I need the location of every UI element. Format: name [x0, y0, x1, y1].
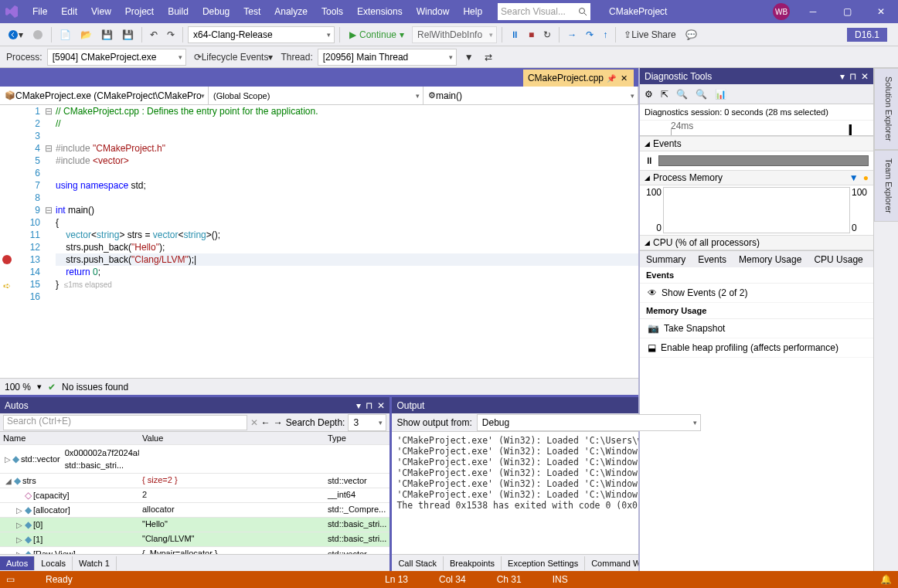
autos-row[interactable]: ◇ [capacity]2__int64	[0, 488, 389, 503]
timeline-ruler[interactable]: 24ms	[640, 121, 873, 136]
next-icon[interactable]: →	[274, 417, 283, 428]
zoom-out-icon[interactable]: 🔍	[696, 89, 707, 100]
document-tab[interactable]: CMakeProject.cpp 📌 ✕	[523, 70, 634, 87]
solution-explorer-tab[interactable]: Solution Explorer	[874, 68, 898, 150]
zoom-in-icon[interactable]: 🔍	[676, 89, 688, 100]
tab-summary[interactable]: Summary	[640, 252, 692, 267]
menu-view[interactable]: View	[85, 3, 117, 20]
tab-watch-1[interactable]: Watch 1	[73, 556, 117, 570]
pin-icon[interactable]: ⊓	[849, 71, 856, 82]
debug-config-dropdown[interactable]: RelWithDebInfo	[412, 26, 497, 43]
tab-call-stack[interactable]: Call Stack	[392, 556, 444, 570]
minimize-button[interactable]: ─	[796, 0, 830, 23]
menu-debug[interactable]: Debug	[196, 3, 236, 20]
autos-row[interactable]: ▷◆ [Raw View]{_Mypair=allocator }std::ve…	[0, 547, 389, 554]
code-editor[interactable]: ➪ 12345678910111213141516 ⊟⊟⊟ // CMakePr…	[0, 105, 638, 378]
memory-section-header[interactable]: ◢Process Memory▼ ●	[640, 170, 873, 185]
nav-scope-dropdown[interactable]: (Global Scope)	[209, 87, 423, 104]
tab-events[interactable]: Events	[692, 252, 733, 267]
menu-window[interactable]: Window	[410, 3, 456, 20]
step-over-icon[interactable]: ↷	[583, 28, 597, 42]
team-explorer-tab[interactable]: Team Explorer	[874, 150, 898, 222]
notification-icon[interactable]: 🔔	[880, 574, 892, 585]
pause-icon[interactable]: ⏸	[645, 155, 654, 166]
solution-name[interactable]: CMakeProject	[603, 3, 673, 20]
autos-grid[interactable]: Name Value Type ▷◆ std::vector0x000002a7…	[0, 432, 389, 554]
search-clear-icon[interactable]: ✕	[250, 417, 258, 428]
tab-locals[interactable]: Locals	[35, 556, 73, 570]
thread-dropdown[interactable]: [20956] Main Thread	[318, 49, 457, 66]
zoom-level[interactable]: 100 %	[5, 382, 31, 393]
user-badge[interactable]: WB	[773, 3, 790, 20]
tab-memory-usage[interactable]: Memory Usage	[733, 252, 808, 267]
live-share-button[interactable]: ⇪ Live Share	[621, 28, 679, 42]
autos-row[interactable]: ▷◆ [allocator]allocatorstd::_Compre...	[0, 503, 389, 518]
nav-func-dropdown[interactable]: ⚙ main()	[423, 87, 638, 104]
depth-dropdown[interactable]: 3	[348, 414, 386, 431]
menu-extensions[interactable]: Extensions	[351, 3, 409, 20]
open-icon[interactable]: 📂	[77, 28, 95, 42]
tab-autos[interactable]: Autos	[0, 556, 35, 570]
col-name[interactable]: Name	[0, 432, 139, 444]
nav-back-button[interactable]: ▾	[5, 28, 26, 42]
status-box-icon[interactable]: ▭	[6, 574, 15, 585]
menu-edit[interactable]: Edit	[55, 3, 83, 20]
heap-profiling-link[interactable]: ⬓Enable heap profiling (affects performa…	[640, 338, 873, 358]
pin-icon[interactable]: ⊓	[366, 400, 372, 411]
autos-row[interactable]: ▷◆ std::vector0x000002a7f2024a80 "Clang/…	[0, 445, 389, 474]
save-icon[interactable]: 💾	[98, 28, 116, 42]
tab-close-icon[interactable]: ✕	[619, 73, 629, 83]
dropdown-icon[interactable]: ▾	[356, 400, 361, 411]
chart-icon[interactable]: 📊	[715, 89, 726, 100]
output-from-dropdown[interactable]: Debug	[477, 414, 701, 431]
popout-icon[interactable]: ⇱	[661, 89, 668, 100]
redo-icon[interactable]: ↷	[164, 28, 178, 42]
take-snapshot-link[interactable]: 📷Take Snapshot	[640, 319, 873, 338]
tab-exception-settings[interactable]: Exception Settings	[502, 556, 585, 570]
show-events-link[interactable]: 👁Show Events (2 of 2)	[640, 284, 873, 303]
lifecycle-events-button[interactable]: ⟳ Lifecycle Events ▾	[191, 50, 277, 64]
autos-row[interactable]: ▷◆ [1]"Clang/LLVM"std::basic_stri...	[0, 532, 389, 547]
menu-project[interactable]: Project	[119, 3, 160, 20]
dropdown-icon[interactable]: ▾	[840, 71, 845, 82]
new-item-icon[interactable]: 📄	[56, 28, 74, 42]
menu-analyze[interactable]: Analyze	[268, 3, 314, 20]
menu-tools[interactable]: Tools	[315, 3, 349, 20]
config-dropdown[interactable]: x64-Clang-Release	[188, 26, 335, 43]
cpu-section-header[interactable]: ◢CPU (% of all processors)	[640, 235, 873, 250]
nav-project-dropdown[interactable]: 📦 CMakeProject.exe (CMakeProject\CMakePr…	[0, 87, 209, 104]
tab-breakpoints[interactable]: Breakpoints	[444, 556, 502, 570]
autos-search-input[interactable]: Search (Ctrl+E)	[3, 415, 247, 430]
events-section-header[interactable]: ◢Events	[640, 136, 873, 151]
continue-button[interactable]: ▶ Continue ▾	[345, 29, 409, 40]
restart-icon[interactable]: ↻	[540, 28, 554, 42]
menu-file[interactable]: File	[26, 3, 53, 20]
filter-icon[interactable]: ▼	[461, 50, 477, 64]
save-all-icon[interactable]: 💾	[119, 28, 137, 42]
stop-icon[interactable]: ■	[526, 28, 537, 42]
menu-help[interactable]: Help	[457, 3, 488, 20]
autos-row[interactable]: ◢◆ strs{ size=2 }std::vector	[0, 474, 389, 488]
gear-icon[interactable]: ⚙	[645, 89, 653, 100]
pause-icon[interactable]: ⏸	[507, 28, 522, 42]
step-into-icon[interactable]: →	[564, 28, 580, 42]
search-box[interactable]: Search Visual...	[498, 3, 590, 20]
tab-cpu-usage[interactable]: CPU Usage	[808, 252, 869, 267]
prev-icon[interactable]: ←	[261, 417, 270, 428]
pin-icon[interactable]: 📌	[607, 74, 616, 83]
col-type[interactable]: Type	[325, 432, 389, 444]
col-value[interactable]: Value	[139, 432, 325, 444]
menu-test[interactable]: Test	[237, 3, 267, 20]
menu-build[interactable]: Build	[162, 3, 195, 20]
swap-icon[interactable]: ⇄	[481, 50, 495, 64]
maximize-button[interactable]: ▢	[830, 0, 864, 23]
feedback-icon[interactable]: 💬	[682, 28, 700, 42]
process-dropdown[interactable]: [5904] CMakeProject.exe	[47, 49, 186, 66]
undo-icon[interactable]: ↶	[147, 28, 161, 42]
close-icon[interactable]: ✕	[861, 71, 869, 82]
close-icon[interactable]: ✕	[377, 400, 385, 411]
step-out-icon[interactable]: ↑	[600, 28, 611, 42]
close-button[interactable]: ✕	[864, 0, 898, 23]
autos-row[interactable]: ▷◆ [0]"Hello"std::basic_stri...	[0, 518, 389, 532]
nav-fwd-button[interactable]	[29, 28, 46, 42]
